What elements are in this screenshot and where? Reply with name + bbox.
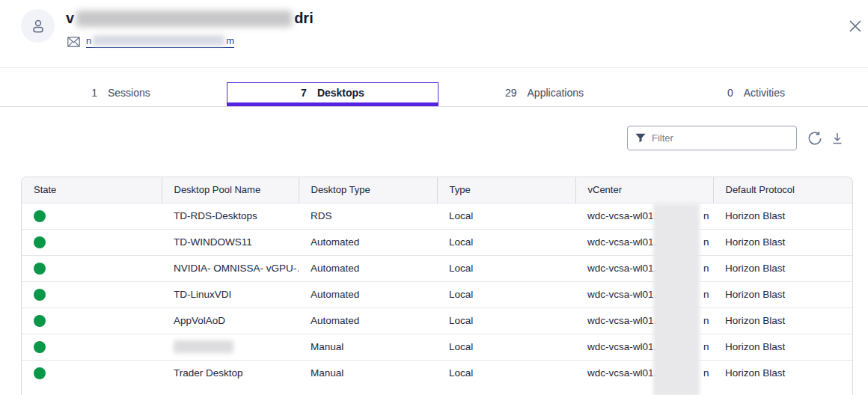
type: Local xyxy=(449,341,473,352)
default-protocol-cell: Horizon Blast xyxy=(713,334,853,360)
type: Local xyxy=(449,315,473,326)
state-cell xyxy=(22,255,162,281)
vcenter-suffix: n xyxy=(703,315,709,326)
default-protocol: Horizon Blast xyxy=(725,367,785,379)
desktop-type: Manual xyxy=(311,341,343,352)
vcenter-suffix: n xyxy=(703,367,709,379)
column-header-vcenter: vCenter xyxy=(575,177,713,203)
download-icon xyxy=(831,132,844,145)
tab-desktops[interactable]: 7 Desktops xyxy=(227,82,438,103)
desktop-type: Automated xyxy=(311,236,359,248)
default-protocol-cell: Horizon Blast xyxy=(713,281,853,307)
pool-name-cell: TD-WINDOWS11 xyxy=(162,229,299,255)
tab-count: 1 xyxy=(91,87,97,99)
vcenter-suffix: n xyxy=(703,210,709,221)
desktop-type-cell: Manual xyxy=(299,334,437,360)
desktop-type: Automated xyxy=(311,263,359,274)
email-link[interactable]: n m xyxy=(86,35,234,48)
table-row[interactable]: TD-LinuxVDIAutomatedLocalwdc-vcsa-wl01.v… xyxy=(22,281,853,307)
default-protocol-cell: Horizon Blast xyxy=(713,203,853,229)
filter-icon xyxy=(635,133,646,143)
column-header-state: State xyxy=(22,177,162,203)
pool-name: TD-LinuxVDI xyxy=(174,289,231,300)
pool-name: TD-RDS-Desktops xyxy=(174,210,257,221)
table-row[interactable]: ManualLocalwdc-vcsa-wl01.vnHorizon Blast xyxy=(22,334,853,360)
download-button[interactable] xyxy=(828,129,846,147)
user-name-prefix: v xyxy=(66,10,74,27)
pool-name-cell: TD-RDS-Desktops xyxy=(162,203,299,229)
desktops-table-body: TD-RDS-DesktopsRDSLocalwdc-vcsa-wl01.vnH… xyxy=(22,203,853,386)
default-protocol-cell: Horizon Blast xyxy=(713,255,853,281)
type-cell: Local xyxy=(437,307,575,334)
vcenter-suffix: n xyxy=(703,236,709,248)
table-row[interactable]: Trader DesktopManualLocalwdc-vcsa-wl01.v… xyxy=(22,360,853,386)
default-protocol: Horizon Blast xyxy=(725,236,785,248)
default-protocol: Horizon Blast xyxy=(725,263,785,274)
table-row[interactable]: NVIDIA- OMNISSA- vGPU-…AutomatedLocalwdc… xyxy=(22,255,853,281)
table-row[interactable]: TD-WINDOWS11AutomatedLocalwdc-vcsa-wl01.… xyxy=(22,229,853,255)
state-cell xyxy=(22,307,162,334)
filter-box xyxy=(627,126,797,150)
desktop-type-cell: Automated xyxy=(299,255,437,281)
tab-bar-underline xyxy=(0,106,868,107)
state-available-dot xyxy=(34,315,46,327)
type-cell: Local xyxy=(437,229,575,255)
type: Local xyxy=(449,210,473,221)
desktop-type-cell: Automated xyxy=(299,229,437,255)
refresh-icon xyxy=(807,131,822,146)
user-detail-panel: v dri n m 1 Sessions 7 Desktops xyxy=(0,0,868,395)
tab-applications[interactable]: 29 Applications xyxy=(438,82,650,103)
column-header-desktop-type: Desktop Type xyxy=(299,177,437,203)
table-row[interactable]: AppVolAoDAutomatedLocalwdc-vcsa-wl01.vnH… xyxy=(22,307,853,334)
vcenter-prefix: wdc-vcsa-wl01.v xyxy=(587,315,661,326)
pool-name: Trader Desktop xyxy=(174,367,243,379)
pool-name-cell: Trader Desktop xyxy=(162,360,299,386)
redacted-vcenter-band xyxy=(653,203,700,395)
vcenter-prefix: wdc-vcsa-wl01.v xyxy=(587,236,661,248)
tab-activities[interactable]: 0 Activities xyxy=(650,82,862,103)
tab-sessions[interactable]: 1 Sessions xyxy=(15,82,227,103)
filter-input[interactable] xyxy=(652,132,789,144)
default-protocol: Horizon Blast xyxy=(725,341,785,352)
vcenter-prefix: wdc-vcsa-wl01.v xyxy=(587,341,661,352)
desktops-table-container: State Desktop Pool Name Desktop Type Typ… xyxy=(21,177,853,395)
vcenter-prefix: wdc-vcsa-wl01.v xyxy=(587,263,661,274)
column-header-default-protocol: Default Protocol xyxy=(713,177,853,203)
refresh-button[interactable] xyxy=(806,129,824,147)
default-protocol-cell: Horizon Blast xyxy=(713,360,853,386)
type-cell: Local xyxy=(437,255,575,281)
state-available-dot xyxy=(34,341,46,353)
redacted-pool-name xyxy=(174,340,233,353)
pool-name: AppVolAoD xyxy=(174,315,225,326)
desktop-type: Automated xyxy=(311,315,359,326)
pool-name-cell: AppVolAoD xyxy=(162,307,299,334)
state-available-dot xyxy=(34,210,46,222)
default-protocol: Horizon Blast xyxy=(725,289,785,300)
table-header-row: State Desktop Pool Name Desktop Type Typ… xyxy=(22,177,853,203)
vcenter-prefix: wdc-vcsa-wl01.v xyxy=(587,210,661,221)
tab-label: Activities xyxy=(744,87,785,99)
desktop-type-cell: Automated xyxy=(299,281,437,307)
default-protocol: Horizon Blast xyxy=(725,315,785,326)
vcenter-prefix: wdc-vcsa-wl01.v xyxy=(587,367,661,379)
type-cell: Local xyxy=(437,334,575,360)
state-cell xyxy=(22,360,162,386)
user-name-suffix: dri xyxy=(294,10,314,27)
tab-count: 0 xyxy=(727,87,733,99)
email-prefix: n xyxy=(86,35,91,46)
desktop-type-cell: Automated xyxy=(299,307,437,334)
table-row[interactable]: TD-RDS-DesktopsRDSLocalwdc-vcsa-wl01.vnH… xyxy=(22,203,853,229)
type: Local xyxy=(449,263,473,274)
desktop-type-cell: RDS xyxy=(299,203,437,229)
email-suffix: m xyxy=(226,35,234,46)
vcenter-suffix: n xyxy=(703,289,709,300)
desktop-type-cell: Manual xyxy=(299,360,437,386)
desktops-table: State Desktop Pool Name Desktop Type Typ… xyxy=(22,177,853,386)
tab-label: Sessions xyxy=(108,87,150,99)
vcenter-suffix: n xyxy=(703,341,709,352)
type-cell: Local xyxy=(437,281,575,307)
column-header-pool-name: Desktop Pool Name xyxy=(162,177,299,203)
state-available-dot xyxy=(34,263,46,275)
close-button[interactable] xyxy=(846,16,865,36)
pool-name: TD-WINDOWS11 xyxy=(174,236,252,248)
